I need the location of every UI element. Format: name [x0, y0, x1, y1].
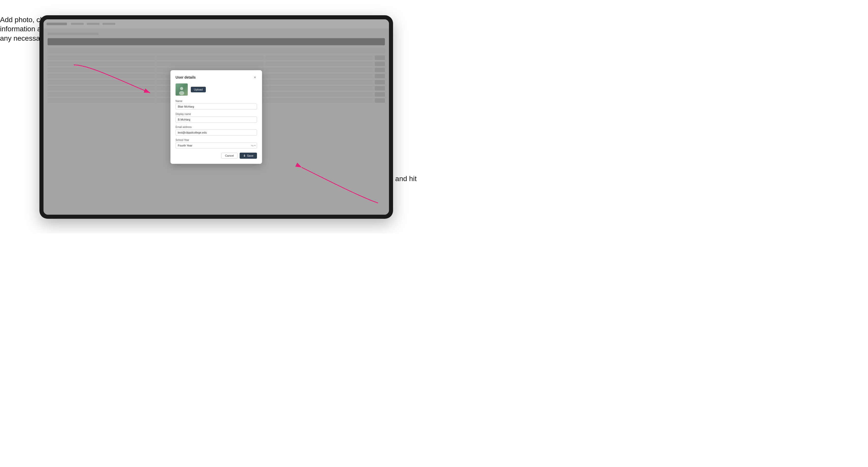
email-label: Email address [176, 126, 257, 128]
svg-point-1 [179, 91, 184, 95]
svg-point-0 [180, 87, 183, 90]
avatar [176, 84, 188, 96]
display-name-field-group: Display name [176, 113, 257, 123]
school-year-arrows-icon[interactable]: ▲▼ [252, 145, 256, 147]
name-input[interactable] [176, 103, 257, 110]
save-icon [243, 154, 246, 157]
school-year-select-wrapper: × ▲▼ [176, 143, 257, 149]
email-field-group: Email address [176, 126, 257, 135]
email-input[interactable] [176, 129, 257, 135]
display-name-input[interactable] [176, 117, 257, 123]
tablet-screen: User details × Upload [43, 19, 389, 215]
modal-footer: Cancel Save [176, 153, 257, 159]
avatar-person-icon [178, 86, 185, 95]
save-button[interactable]: Save [240, 153, 257, 159]
modal-close-button[interactable]: × [253, 75, 257, 80]
display-name-label: Display name [176, 113, 257, 116]
upload-photo-button[interactable]: Upload [191, 87, 206, 92]
user-details-modal: User details × Upload [170, 70, 262, 164]
name-field-group: Name [176, 100, 257, 110]
modal-header: User details × [176, 75, 257, 80]
school-year-field-group: School Year × ▲▼ [176, 138, 257, 149]
modal-title: User details [176, 75, 196, 80]
name-label: Name [176, 100, 257, 102]
modal-overlay: User details × Upload [43, 19, 389, 215]
school-year-label: School Year [176, 138, 257, 142]
avatar-section: Upload [176, 84, 257, 96]
tablet-frame: User details × Upload [39, 15, 393, 219]
cancel-button[interactable]: Cancel [221, 153, 238, 159]
school-year-input[interactable] [176, 143, 257, 149]
